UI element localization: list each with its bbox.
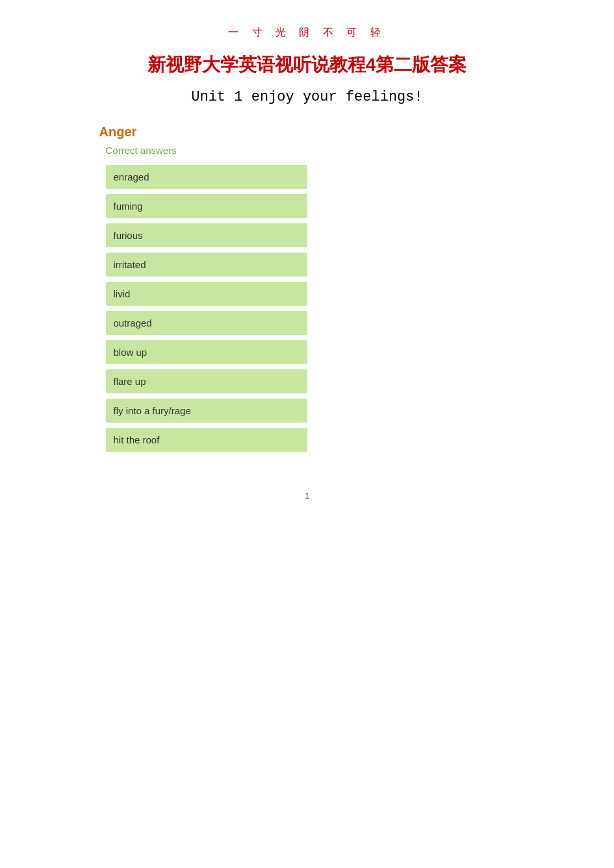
- answer-item: flare up: [106, 369, 307, 393]
- answer-item: enraged: [106, 165, 307, 189]
- answer-item: blow up: [106, 340, 307, 364]
- section-title: Anger: [99, 125, 528, 140]
- unit-title: Unit 1 enjoy your feelings!: [0, 89, 614, 105]
- page-number: 1: [0, 491, 614, 501]
- answer-item: outraged: [106, 311, 307, 335]
- answer-item: hit the roof: [106, 428, 307, 452]
- page-container: 一 寸 光 阴 不 可 轻 新视野大学英语视听说教程4第二版答案 Unit 1 …: [0, 0, 614, 868]
- answer-item: livid: [106, 282, 307, 306]
- answer-item: fly into a fury/rage: [106, 399, 307, 423]
- answer-item: fuming: [106, 194, 307, 218]
- answers-list: enragedfumingfuriousirritatedlividoutrag…: [106, 165, 528, 452]
- answer-item: irritated: [106, 253, 307, 277]
- answer-item: furious: [106, 223, 307, 247]
- top-slogan: 一 寸 光 阴 不 可 轻: [0, 13, 614, 40]
- correct-answers-label: Correct answers: [106, 145, 528, 156]
- content-area: Anger Correct answers enragedfumingfurio…: [86, 125, 528, 452]
- main-title: 新视野大学英语视听说教程4第二版答案: [0, 53, 614, 77]
